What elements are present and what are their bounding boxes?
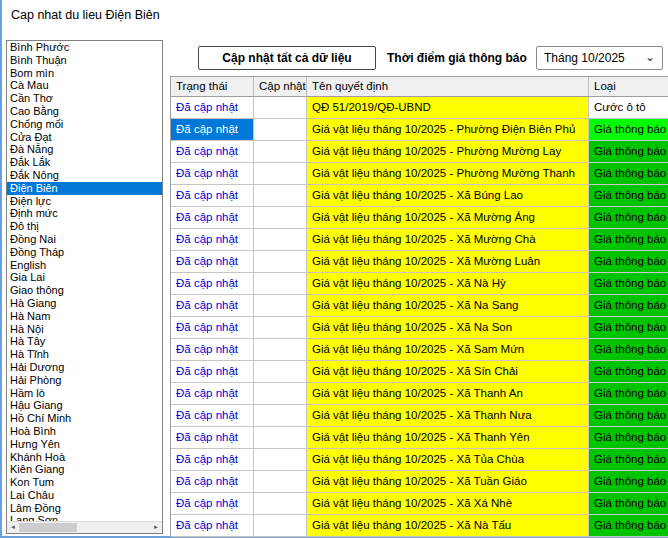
update-cell[interactable] xyxy=(254,251,307,273)
sidebar-item[interactable]: Hải Dương xyxy=(7,361,162,374)
type-cell[interactable]: Giá thông báo xyxy=(589,339,668,361)
month-select[interactable]: Tháng 10/2025 ⌄ xyxy=(536,46,663,70)
sidebar-item[interactable]: Giao thông xyxy=(7,284,162,297)
sidebar-item[interactable]: Hầm lò xyxy=(7,387,162,400)
status-cell[interactable]: Đã cập nhật xyxy=(171,141,254,163)
decision-name-cell[interactable]: Giá vật liệu tháng 10/2025 - Xã Sín Chải xyxy=(307,361,589,383)
update-cell[interactable] xyxy=(254,405,307,427)
table-row[interactable]: Đã cập nhậtGiá vật liệu tháng 10/2025 - … xyxy=(171,427,668,449)
status-cell[interactable]: Đã cập nhật xyxy=(171,185,254,207)
sidebar-item[interactable]: Lâm Đồng xyxy=(7,502,162,515)
sidebar-item[interactable]: Hậu Giang xyxy=(7,399,162,412)
sidebar-item-selected[interactable]: Điện Biên xyxy=(7,182,162,195)
status-cell[interactable]: Đã cập nhật xyxy=(171,361,254,383)
sidebar-item[interactable]: Hoà Bình xyxy=(7,425,162,438)
scroll-right-icon[interactable]: ► xyxy=(150,522,162,533)
decision-name-cell[interactable]: Giá vật liệu tháng 10/2025 - Phường Mườn… xyxy=(307,141,589,163)
sidebar-item[interactable]: Cà Mau xyxy=(7,79,162,92)
table-row[interactable]: Đã cập nhậtGiá vật liệu tháng 10/2025 - … xyxy=(171,383,668,405)
sidebar-item[interactable]: Gia Lai xyxy=(7,271,162,284)
status-cell[interactable]: Đã cập nhật xyxy=(171,493,254,515)
type-cell[interactable]: Cước ô tô xyxy=(589,97,668,119)
sidebar-item[interactable]: Hưng Yên xyxy=(7,438,162,451)
update-cell[interactable] xyxy=(254,493,307,515)
scroll-left-icon[interactable]: ◄ xyxy=(7,522,19,533)
update-cell[interactable] xyxy=(254,229,307,251)
status-cell[interactable]: Đã cập nhật xyxy=(171,229,254,251)
update-cell[interactable] xyxy=(254,317,307,339)
type-cell[interactable]: Giá thông báo xyxy=(589,163,668,185)
type-cell[interactable]: Giá thông báo xyxy=(589,185,668,207)
sidebar-item[interactable]: Đồng Nai xyxy=(7,233,162,246)
table-row[interactable]: Đã cập nhậtGiá vật liệu tháng 10/2025 - … xyxy=(171,229,668,251)
column-header[interactable]: Trạng thái xyxy=(171,77,254,97)
table-row[interactable]: Đã cập nhậtGiá vật liệu tháng 10/2025 - … xyxy=(171,515,668,537)
table-row[interactable]: Đã cập nhậtGiá vật liệu tháng 10/2025 - … xyxy=(171,405,668,427)
status-cell[interactable]: Đã cập nhật xyxy=(171,317,254,339)
scrollbar-track[interactable] xyxy=(77,522,150,533)
table-row[interactable]: Đã cập nhậtQĐ 51/2019/QĐ-UBNDCước ô tô xyxy=(171,97,668,119)
update-cell[interactable] xyxy=(254,163,307,185)
table-row[interactable]: Đã cập nhậtGiá vật liệu tháng 10/2025 - … xyxy=(171,141,668,163)
decision-name-cell[interactable]: Giá vật liệu tháng 10/2025 - Phường Mườn… xyxy=(307,163,589,185)
update-cell[interactable] xyxy=(254,449,307,471)
table-row[interactable]: Đã cập nhậtGiá vật liệu tháng 10/2025 - … xyxy=(171,251,668,273)
sidebar-item[interactable]: Cần Thơ xyxy=(7,92,162,105)
type-cell[interactable]: Giá thông báo xyxy=(589,383,668,405)
type-cell[interactable]: Giá thông báo xyxy=(589,273,668,295)
decision-name-cell[interactable]: Giá vật liệu tháng 10/2025 - Xã Na Son xyxy=(307,317,589,339)
sidebar-item[interactable]: Đà Nẵng xyxy=(7,143,162,156)
table-row[interactable]: Đã cập nhậtGiá vật liệu tháng 10/2025 - … xyxy=(171,317,668,339)
sidebar-item[interactable]: Cửa Đạt xyxy=(7,131,162,144)
sidebar-item[interactable]: Bình Phước xyxy=(7,41,162,54)
sidebar-item[interactable]: Định mức xyxy=(7,207,162,220)
decision-name-cell[interactable]: Giá vật liệu tháng 10/2025 - Xã Mường Ch… xyxy=(307,229,589,251)
status-cell[interactable]: Đã cập nhật xyxy=(171,471,254,493)
type-cell[interactable]: Giá thông báo xyxy=(589,229,668,251)
update-all-button[interactable]: Cập nhật tất cả dữ liệu xyxy=(198,46,376,70)
update-cell[interactable] xyxy=(254,97,307,119)
decision-name-cell[interactable]: QĐ 51/2019/QĐ-UBND xyxy=(307,97,589,119)
column-header[interactable]: Cập nhật xyxy=(254,77,307,97)
status-cell[interactable]: Đã cập nhật xyxy=(171,207,254,229)
type-cell[interactable]: Giá thông báo xyxy=(589,361,668,383)
table-row[interactable]: Đã cập nhậtGiá vật liệu tháng 10/2025 - … xyxy=(171,339,668,361)
decision-name-cell[interactable]: Giá vật liệu tháng 10/2025 - Xã Nà Hỳ xyxy=(307,273,589,295)
type-cell[interactable]: Giá thông báo xyxy=(589,141,668,163)
status-cell[interactable]: Đã cập nhật xyxy=(171,273,254,295)
decision-name-cell[interactable]: Giá vật liệu tháng 10/2025 - Xã Na Sang xyxy=(307,295,589,317)
status-cell[interactable]: Đã cập nhật xyxy=(171,163,254,185)
sidebar-item[interactable]: Chống mối xyxy=(7,118,162,131)
table-row[interactable]: Đã cập nhậtGiá vật liệu tháng 10/2025 - … xyxy=(171,361,668,383)
decision-name-cell[interactable]: Giá vật liệu tháng 10/2025 - Xã Nà Tấu xyxy=(307,515,589,537)
type-cell[interactable]: Giá thông báo xyxy=(589,207,668,229)
type-cell[interactable]: Giá thông báo xyxy=(589,295,668,317)
sidebar-item[interactable]: Bình Thuận xyxy=(7,54,162,67)
update-cell[interactable] xyxy=(254,471,307,493)
table-row[interactable]: Đã cập nhậtGiá vật liệu tháng 10/2025 - … xyxy=(171,207,668,229)
sidebar-item[interactable]: Khánh Hoà xyxy=(7,451,162,464)
status-cell[interactable]: Đã cập nhật xyxy=(171,295,254,317)
table-row[interactable]: Đã cập nhậtGiá vật liệu tháng 10/2025 - … xyxy=(171,493,668,515)
update-cell[interactable] xyxy=(254,207,307,229)
decision-name-cell[interactable]: Giá vật liệu tháng 10/2025 - Xã Thanh Yê… xyxy=(307,427,589,449)
type-cell[interactable]: Giá thông báo xyxy=(589,471,668,493)
sidebar-item[interactable]: Hà Giang xyxy=(7,297,162,310)
sidebar-item[interactable]: Hà Nội xyxy=(7,323,162,336)
sidebar-item[interactable]: English xyxy=(7,259,162,272)
decision-name-cell[interactable]: Giá vật liệu tháng 10/2025 - Xã Thanh Nư… xyxy=(307,405,589,427)
sidebar-item[interactable]: Đắk Nông xyxy=(7,169,162,182)
type-cell[interactable]: Giá thông báo xyxy=(589,493,668,515)
type-cell[interactable]: Giá thông báo xyxy=(589,251,668,273)
update-cell[interactable] xyxy=(254,119,307,141)
status-cell[interactable]: Đã cập nhật xyxy=(171,515,254,537)
decision-name-cell[interactable]: Giá vật liệu tháng 10/2025 - Xã Sam Mứn xyxy=(307,339,589,361)
sidebar-item[interactable]: Bom mìn xyxy=(7,67,162,80)
status-cell[interactable]: Đã cập nhật xyxy=(171,97,254,119)
sidebar-item[interactable]: Hà Tĩnh xyxy=(7,348,162,361)
type-cell[interactable]: Giá thông báo xyxy=(589,515,668,537)
status-cell[interactable]: Đã cập nhật xyxy=(171,449,254,471)
status-cell[interactable]: Đã cập nhật xyxy=(171,383,254,405)
scrollbar-thumb[interactable] xyxy=(19,523,77,532)
sidebar-item[interactable]: Cao Bằng xyxy=(7,105,162,118)
